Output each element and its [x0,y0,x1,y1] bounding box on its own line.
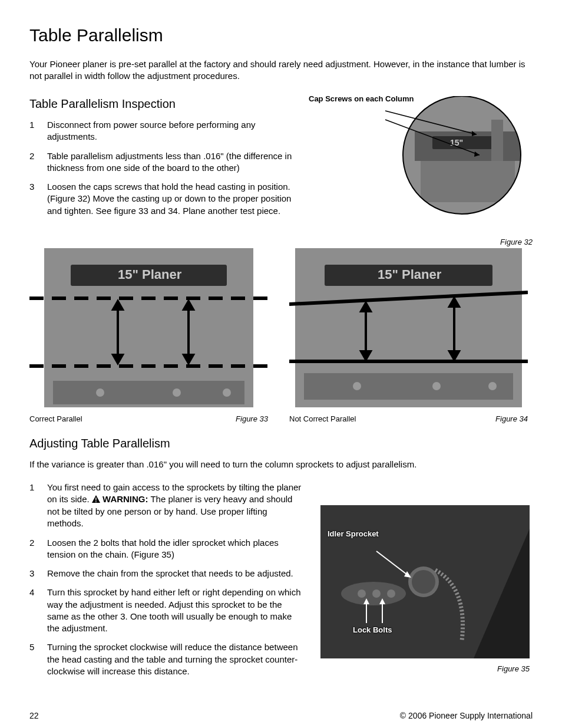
intro-paragraph: Your Pioneer planer is pre-set parallel … [29,58,533,83]
figure-34-caption: Figure 34 [495,414,528,424]
svg-point-39 [353,382,361,390]
adjusting-heading: Adjusting Table Parallelism [29,436,533,452]
figure-33: 15" Planer Correct Parallel Figure 33 [29,248,268,424]
figure-34-image: 15" Planer [289,248,528,407]
warning-icon: ! [92,494,100,506]
adjusting-step: Turning the sprocket clockwise will redu… [29,641,303,677]
adjusting-steps: You first need to gain access to the spr… [29,482,303,678]
figure-32-caption: Figure 32 [315,237,533,248]
svg-text:15": 15" [450,138,463,147]
figure-35-annot-lockbolts: Lock Bolts [353,626,392,635]
svg-point-25 [173,388,181,397]
inspection-steps: Disconnect from power source before perf… [29,119,297,217]
svg-point-49 [387,589,395,598]
svg-point-47 [358,589,366,598]
svg-text:15" Planer: 15" Planer [378,267,442,282]
figure-33-image: 15" Planer [29,248,268,407]
figure-33-label: Correct Parallel [29,414,82,424]
adjusting-step: Turn this sprocket by hand either left o… [29,587,303,634]
page-number: 22 [29,710,39,722]
adjusting-intro: If the variance is greater than .016" yo… [29,459,533,470]
inspection-heading: Table Parallelism Inspection [29,96,297,112]
svg-point-48 [372,589,381,598]
inspection-step: Loosen the caps screws that hold the hea… [29,181,297,217]
figure-35-caption: Figure 35 [320,664,530,674]
adjusting-step: You first need to gain access to the spr… [29,482,303,530]
warning-label: WARNING: [103,494,148,504]
svg-point-24 [96,388,104,397]
page-title: Table Parallelism [29,24,533,48]
svg-text:!: ! [95,496,97,503]
svg-point-51 [412,570,435,594]
svg-rect-6 [421,161,515,202]
adjusting-step: Loosen the 2 bolts that hold the idler s… [29,537,303,561]
page-footer: 22 © 2006 Pioneer Supply International [29,710,533,722]
figure-35: Idler Sprocket Lock Bolts Figure 35 [320,505,530,674]
copyright: © 2006 Pioneer Supply International [400,710,533,722]
figure-32: 15" Cap Screws on each Column Figure 32 [315,96,533,248]
adjusting-step: Remove the chain from the sprocket that … [29,568,303,579]
figure-35-annot-idler: Idler Sprocket [328,530,379,539]
svg-point-40 [432,382,441,390]
figure-32-image: 15" [315,96,533,232]
svg-point-41 [488,382,497,390]
figure-34: 15" Planer Not Correct Parallel Figure 3… [289,248,528,424]
svg-point-26 [223,388,231,397]
svg-text:15" Planer: 15" Planer [118,267,182,282]
svg-rect-23 [53,381,244,404]
svg-rect-38 [304,373,513,400]
figure-35-image [320,505,530,658]
inspection-step: Table parallelism adjustments less than … [29,150,297,174]
figure-34-label: Not Correct Parallel [289,414,356,424]
figure-33-caption: Figure 33 [236,414,268,424]
figure-32-annotation: Cap Screws on each Column [309,95,414,104]
inspection-step: Disconnect from power source before perf… [29,119,297,143]
